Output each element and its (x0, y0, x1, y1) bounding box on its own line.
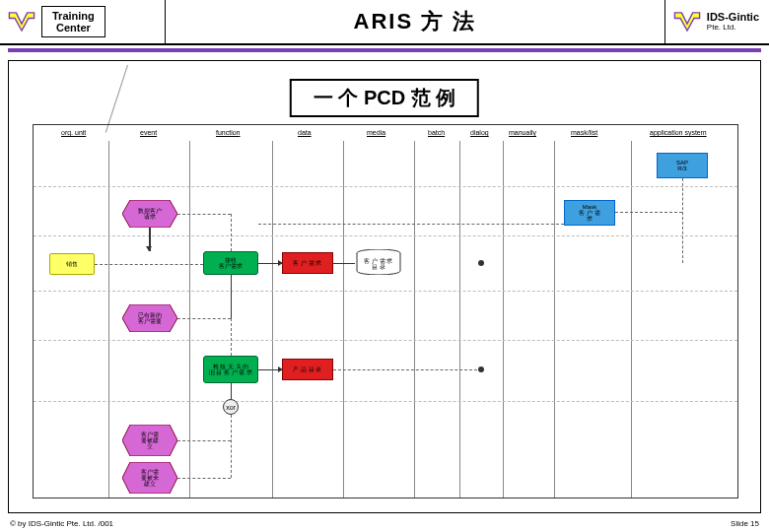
training-center-box: Training Center (41, 6, 105, 37)
row-divider (34, 235, 737, 236)
pte-label: Pte. Ltd. (707, 23, 759, 32)
page-title: ARIS 方 法 (166, 7, 664, 36)
arrow-icon (278, 366, 283, 372)
arrow-icon (278, 260, 283, 266)
col-app-system: application system (650, 129, 707, 136)
lane-divider (272, 141, 273, 498)
event-req-not-created: 客户需 要被未 建立 (122, 462, 177, 494)
col-org-unit: org. unit (61, 129, 86, 136)
event-req-created: 客户需 要被建 立 (122, 425, 177, 456)
lane-divider (189, 141, 190, 498)
lane-divider (554, 141, 555, 498)
mask-customer-req: Mask 客 户 需 求 (564, 200, 615, 226)
row-divider (34, 401, 737, 402)
col-dialog: dialog (470, 129, 489, 136)
subtitle: 一 个 PCD 范 例 (290, 79, 479, 117)
connector-dash (177, 318, 231, 319)
pcd-diagram: org. unit event function data media batc… (33, 124, 738, 499)
col-mask-list: mask/list (571, 129, 597, 136)
connector-dash (333, 369, 477, 370)
row-divider (34, 340, 737, 341)
copyright: © by IDS-Gintic Pte. Ltd. /001 (10, 519, 113, 528)
connector-dash (95, 264, 203, 265)
header-right: IDS-Gintic Pte. Ltd. (664, 0, 759, 43)
connector-dash (177, 478, 231, 479)
connector (231, 275, 232, 318)
row-divider (34, 186, 737, 187)
app-system-sap: SAP R/3 (657, 153, 708, 178)
xor-connector: xor (223, 399, 239, 415)
connector-dash (682, 178, 683, 263)
connector-dash (177, 440, 231, 441)
lane-divider (108, 141, 109, 498)
connector-dash (615, 212, 682, 213)
connector-dash (258, 224, 564, 225)
lane-divider (503, 141, 504, 498)
header-bar: Training Center ARIS 方 法 IDS-Gintic Pte.… (0, 0, 769, 45)
connector (333, 263, 355, 264)
footer: © by IDS-Gintic Pte. Ltd. /001 Slide 15 (10, 519, 759, 528)
col-function: function (216, 129, 241, 136)
function-check-old-req: 检 核 无 关 的 旧 目 客 户 需 求 (203, 356, 258, 383)
connector (231, 383, 232, 399)
dialog-marker-icon (478, 260, 484, 266)
slide-number: Slide 15 (731, 519, 759, 528)
slide-body: 一 个 PCD 范 例 org. unit event function dat… (8, 60, 761, 513)
col-media: media (367, 129, 385, 136)
col-batch: batch (428, 129, 445, 136)
arrow-icon (146, 246, 152, 251)
lane-divider (631, 141, 632, 498)
connector-dash (231, 415, 232, 478)
event-customer-request: 数据客户 请求 (122, 200, 177, 228)
decorative-diagonal (105, 65, 128, 133)
header-left: Training Center (8, 0, 166, 43)
connector-dash (177, 214, 231, 215)
data-product-catalog: 产 品 目 录 (282, 359, 333, 380)
connector-dash (231, 214, 232, 251)
ids-label: IDS-Gintic (707, 12, 759, 23)
media-customer-req-list: 客 户 需 求 目 录 (355, 249, 402, 275)
dialog-marker-icon (478, 366, 484, 372)
connector-dash (231, 318, 232, 356)
logo-right-icon (673, 11, 701, 33)
col-event: event (140, 129, 157, 136)
divider-purple (8, 48, 761, 52)
ids-label-group: IDS-Gintic Pte. Ltd. (707, 12, 759, 32)
event-new-customer-need: 已有新的 客户需要 (122, 304, 177, 332)
row-divider (34, 291, 737, 292)
logo-left-icon (8, 11, 35, 33)
lane-divider (459, 141, 460, 498)
org-unit-sales: 销售 (49, 253, 95, 275)
col-manually: manually (509, 129, 536, 136)
lane-divider (343, 141, 344, 498)
col-data: data (298, 129, 312, 136)
data-customer-req: 客 户 需 求 (282, 252, 333, 274)
lane-divider (414, 141, 415, 498)
function-receive-req: 接收 客户需求 (203, 251, 258, 275)
